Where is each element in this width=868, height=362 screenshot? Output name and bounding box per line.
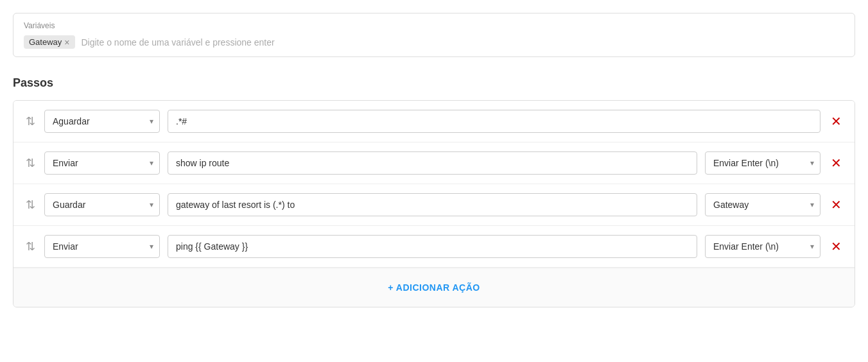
variables-label: Variáveis: [24, 21, 844, 30]
action-select-wrapper-2: Aguardar Enviar Guardar ▾: [44, 151, 160, 175]
steps-container: ⇅ Aguardar Enviar Guardar ▾ ✕ ⇅ Aguardar…: [13, 100, 855, 307]
save-variable-select-wrapper-3: Gateway Outro ▾: [705, 193, 820, 216]
send-mode-select-2[interactable]: Enviar Enter (\n) Enviar Tab Não enviar: [705, 151, 820, 175]
table-row: ⇅ Aguardar Enviar Guardar ▾ Gateway Outr…: [13, 184, 855, 226]
step-field-2[interactable]: [168, 151, 697, 175]
action-select-wrapper-3: Aguardar Enviar Guardar ▾: [44, 193, 160, 216]
action-select-wrapper-1: Aguardar Enviar Guardar ▾: [44, 110, 160, 133]
drag-handle-icon[interactable]: ⇅: [24, 202, 37, 209]
table-row: ⇅ Aguardar Enviar Guardar ▾ Enviar Enter…: [13, 142, 855, 184]
add-action-row: + ADICIONAR AÇÃO: [13, 268, 855, 307]
drag-handle-icon[interactable]: ⇅: [24, 118, 37, 125]
step-field-1[interactable]: [168, 110, 820, 133]
action-select-2[interactable]: Aguardar Enviar Guardar: [44, 151, 160, 175]
step-field-4[interactable]: [168, 235, 697, 258]
send-mode-select-4[interactable]: Enviar Enter (\n) Enviar Tab Não enviar: [705, 235, 820, 258]
delete-row-button-3[interactable]: ✕: [828, 197, 844, 212]
variables-row: Gateway × Digite o nome de uma variável …: [24, 35, 844, 49]
action-select-3[interactable]: Aguardar Enviar Guardar: [44, 193, 160, 216]
drag-handle-icon[interactable]: ⇅: [24, 160, 37, 167]
gateway-tag-label: Gateway: [29, 37, 62, 47]
drag-handle-icon[interactable]: ⇅: [24, 243, 37, 250]
delete-row-button-4[interactable]: ✕: [828, 239, 844, 254]
delete-row-button-2[interactable]: ✕: [828, 155, 844, 171]
section-title: Passos: [13, 76, 855, 90]
table-row: ⇅ Aguardar Enviar Guardar ▾ ✕: [13, 101, 855, 142]
table-row: ⇅ Aguardar Enviar Guardar ▾ Enviar Enter…: [13, 226, 855, 268]
gateway-tag-remove-button[interactable]: ×: [64, 38, 69, 47]
variables-placeholder: Digite o nome de uma variável e pression…: [82, 37, 275, 47]
send-mode-select-wrapper-2: Enviar Enter (\n) Enviar Tab Não enviar …: [705, 151, 820, 175]
gateway-tag: Gateway ×: [24, 35, 75, 49]
delete-row-button-1[interactable]: ✕: [828, 114, 844, 129]
action-select-wrapper-4: Aguardar Enviar Guardar ▾: [44, 235, 160, 258]
action-select-4[interactable]: Aguardar Enviar Guardar: [44, 235, 160, 258]
variables-section: Variáveis Gateway × Digite o nome de uma…: [13, 13, 855, 57]
send-mode-select-wrapper-4: Enviar Enter (\n) Enviar Tab Não enviar …: [705, 235, 820, 258]
save-variable-select-3[interactable]: Gateway Outro: [705, 193, 820, 216]
action-select-1[interactable]: Aguardar Enviar Guardar: [44, 110, 160, 133]
step-field-3[interactable]: [168, 193, 697, 216]
add-action-button[interactable]: + ADICIONAR AÇÃO: [380, 279, 487, 297]
